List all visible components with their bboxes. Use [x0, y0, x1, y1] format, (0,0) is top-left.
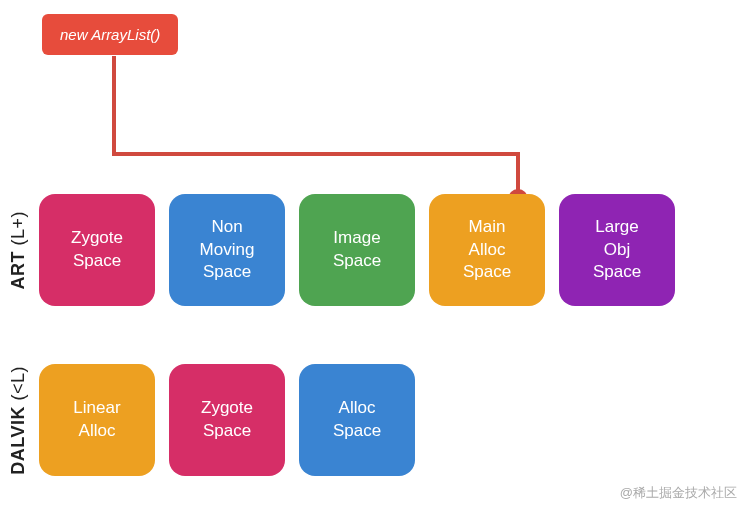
art-box-0: Zygote Space	[39, 194, 155, 306]
dalvik-box-0: Linear Alloc	[39, 364, 155, 476]
art-box-3: Main Alloc Space	[429, 194, 545, 306]
row-dalvik-label-main: DALVIK	[8, 406, 28, 475]
watermark: @稀土掘金技术社区	[620, 484, 737, 502]
art-box-4: Large Obj Space	[559, 194, 675, 306]
connector-line-vertical	[112, 56, 116, 156]
dalvik-box-1: Zygote Space	[169, 364, 285, 476]
row-art-label: ART (L+)	[8, 211, 29, 290]
row-dalvik-label: DALVIK (<L)	[8, 366, 29, 475]
art-box-3-label: Main Alloc Space	[463, 216, 511, 285]
art-box-2-label: Image Space	[333, 227, 381, 273]
art-box-0-label: Zygote Space	[71, 227, 123, 273]
dalvik-box-1-label: Zygote Space	[201, 397, 253, 443]
row-dalvik-label-sub: (<L)	[8, 366, 28, 401]
row-art: ART (L+) Zygote SpaceNon Moving SpaceIma…	[8, 194, 675, 306]
art-box-2: Image Space	[299, 194, 415, 306]
dalvik-box-2-label: Alloc Space	[333, 397, 381, 443]
art-box-4-label: Large Obj Space	[593, 216, 641, 285]
connector-line-down	[516, 152, 520, 194]
callout-new-arraylist: new ArrayList()	[42, 14, 178, 55]
row-art-label-sub: (L+)	[8, 211, 28, 246]
art-box-1-label: Non Moving Space	[200, 216, 255, 285]
art-box-1: Non Moving Space	[169, 194, 285, 306]
row-art-boxes: Zygote SpaceNon Moving SpaceImage SpaceM…	[39, 194, 675, 306]
connector-line-horizontal	[112, 152, 520, 156]
dalvik-box-0-label: Linear Alloc	[73, 397, 120, 443]
row-dalvik-boxes: Linear AllocZygote SpaceAlloc Space	[39, 364, 415, 476]
callout-text: new ArrayList()	[60, 26, 160, 43]
dalvik-box-2: Alloc Space	[299, 364, 415, 476]
row-art-label-main: ART	[8, 251, 28, 290]
row-dalvik: DALVIK (<L) Linear AllocZygote SpaceAllo…	[8, 364, 415, 476]
